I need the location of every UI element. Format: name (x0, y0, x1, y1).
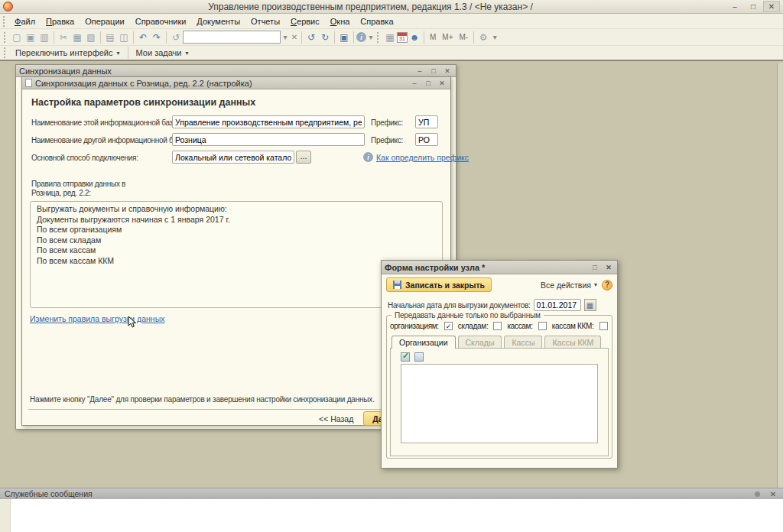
kkm-checkbox[interactable] (599, 322, 608, 330)
memory-recall-button[interactable]: M (427, 33, 439, 41)
memory-add-button[interactable]: M+ (439, 33, 456, 41)
start-date-input[interactable] (534, 299, 581, 311)
rules-line: По всем организациям (37, 225, 436, 235)
transfer-filter-group: Передавать данные только по выбранным ор… (386, 311, 612, 459)
app-minimize-button[interactable]: – (726, 1, 743, 12)
cashboxes-checkbox[interactable] (538, 322, 547, 330)
redo-icon[interactable]: ↷ (150, 31, 164, 44)
cut-icon[interactable]: ✂ (57, 31, 70, 44)
menu-edit[interactable]: Правка (41, 15, 80, 28)
save-and-close-button[interactable]: Записать и закрыть (386, 277, 492, 292)
this-prefix-input[interactable] (415, 115, 438, 128)
app-close-button[interactable]: ✕ (763, 1, 780, 12)
info-icon[interactable]: i (356, 32, 366, 42)
edit-rules-link[interactable]: Изменить правила выгрузки данных (30, 314, 164, 323)
switch-interface-button[interactable]: Переключить интерфейс ▾ (10, 47, 125, 59)
find-previous-icon[interactable]: ↻ (318, 31, 332, 44)
menu-service[interactable]: Сервис (285, 15, 325, 28)
other-prefix-input[interactable] (415, 133, 438, 146)
minimize-icon[interactable]: – (414, 67, 425, 75)
service-messages-gutter (0, 499, 11, 532)
maximize-icon[interactable]: □ (590, 264, 600, 271)
date-picker-icon[interactable]: ▦ (584, 299, 596, 311)
close-icon[interactable]: ✕ (442, 67, 453, 75)
windows-list-icon[interactable]: ▣ (337, 31, 351, 44)
paste-icon[interactable]: ▧ (84, 31, 98, 44)
organizations-checkbox[interactable]: ✓ (444, 322, 453, 330)
organizations-list[interactable] (401, 364, 598, 443)
tab-warehouses[interactable]: Склады (458, 336, 502, 349)
list-toolbar (401, 352, 604, 362)
find-next-icon[interactable]: ↺ (304, 31, 318, 44)
info-dropdown-icon[interactable]: ▾ (366, 31, 375, 44)
warehouses-checkbox[interactable] (493, 322, 502, 330)
menu-windows[interactable]: Окна (325, 15, 356, 28)
close-icon[interactable]: ✕ (437, 79, 447, 87)
menu-reports[interactable]: Отчеты (245, 15, 285, 28)
cashboxes-checkbox-label: кассам: (507, 322, 532, 330)
prefix-help-link[interactable]: Как определить префикс (376, 153, 469, 162)
sync-window-titlebar[interactable]: Синхронизация данных – □ ✕ (16, 65, 456, 77)
menu-catalogs[interactable]: Справочники (130, 15, 192, 28)
pin-icon[interactable] (755, 491, 760, 497)
node-dialog-titlebar[interactable]: Форма настройки узла * □ ✕ (382, 261, 617, 274)
service-messages-body (0, 499, 783, 532)
menu-operations[interactable]: Операции (80, 15, 129, 28)
toolbar-grip[interactable] (377, 32, 380, 43)
uncheck-all-icon[interactable] (414, 352, 424, 362)
toolbar-grip[interactable] (3, 16, 6, 27)
toolbar-grip[interactable] (4, 47, 7, 58)
menu-documents[interactable]: Документы (191, 15, 245, 28)
maximize-icon[interactable]: □ (423, 79, 434, 87)
service-messages-title: Служебные сообщения (5, 489, 93, 498)
memory-subtract-button[interactable]: M- (456, 33, 472, 41)
maximize-icon[interactable]: □ (428, 67, 439, 75)
service-messages-titlebar[interactable]: Служебные сообщения ✕ (0, 488, 783, 499)
rules-line: Выгружать документы и справочную информа… (37, 204, 436, 215)
document-icon (25, 79, 32, 87)
services-dropdown-icon[interactable]: ▾ (490, 31, 499, 44)
calculator-icon[interactable]: ▦ (383, 31, 397, 44)
user-lock-icon[interactable]: ☻ (408, 31, 421, 44)
save-icon[interactable]: ▥ (37, 31, 51, 44)
tab-organizations[interactable]: Организации (392, 336, 456, 349)
close-icon[interactable]: ✕ (768, 490, 778, 498)
minimize-icon[interactable]: – (409, 79, 420, 87)
menu-file[interactable]: Файл (9, 15, 41, 28)
menu-bar: Файл Правка Операции Справочники Докумен… (0, 14, 783, 29)
sync-setup-titlebar[interactable]: Синхронизация данных с Розница, ред. 2.2… (22, 77, 450, 89)
open-icon[interactable]: ▣ (24, 31, 37, 44)
back-button[interactable]: << Назад (319, 414, 353, 423)
all-actions-button[interactable]: Все действия ▾ (541, 281, 597, 290)
toolbar-separator (100, 31, 101, 44)
search-input[interactable] (183, 31, 281, 44)
organizations-checkbox-label: организациям: (390, 322, 439, 330)
search-icon[interactable]: ↺ (169, 31, 183, 44)
info-icon: i (363, 152, 373, 162)
toolbar-grip[interactable] (4, 32, 7, 43)
connection-input[interactable] (172, 151, 294, 164)
copy-icon[interactable]: ▦ (70, 31, 84, 44)
print-preview-icon[interactable]: ◫ (117, 31, 131, 44)
calendar-icon[interactable]: 31 (397, 32, 408, 43)
app-titlebar[interactable]: Управление производственным предприятием… (0, 0, 783, 14)
search-dropdown-icon[interactable]: ▾ (281, 31, 290, 44)
close-icon[interactable]: ✕ (603, 264, 614, 271)
menu-help[interactable]: Справка (355, 15, 398, 28)
prefix-label: Префикс: (371, 136, 403, 144)
this-base-input[interactable] (172, 115, 365, 128)
connection-browse-button[interactable]: ... (296, 151, 311, 164)
services-icon[interactable]: ⚙ (476, 31, 490, 44)
print-icon[interactable]: ▤ (103, 31, 117, 44)
tab-kkm[interactable]: Кассы ККМ (544, 336, 601, 349)
app-restore-button[interactable]: □ (745, 1, 762, 12)
check-all-icon[interactable] (401, 352, 410, 362)
interface-toolbar: Переключить интерфейс ▾ Мои задачи ▾ (0, 46, 783, 61)
other-base-input[interactable] (172, 133, 365, 146)
my-tasks-button[interactable]: Мои задачи ▾ (131, 47, 194, 59)
help-icon[interactable]: ? (602, 280, 612, 290)
search-clear-icon[interactable]: ✕ (290, 31, 299, 44)
new-document-icon[interactable]: ▢ (10, 31, 24, 44)
tab-cashboxes[interactable]: Кассы (504, 336, 542, 349)
undo-icon[interactable]: ↶ (136, 31, 150, 44)
